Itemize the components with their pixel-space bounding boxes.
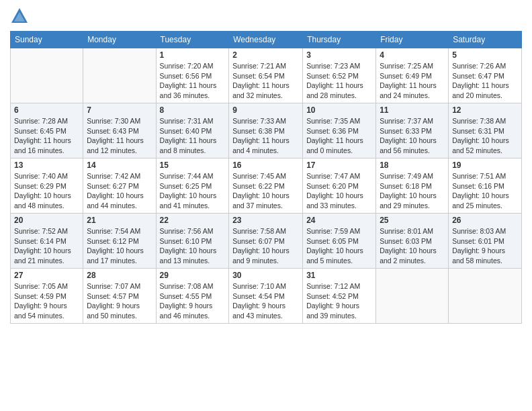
day-info: Sunrise: 7:52 AMSunset: 6:14 PMDaylight:… — [14, 226, 79, 266]
calendar-cell: 30Sunrise: 7:10 AMSunset: 4:54 PMDayligh… — [229, 269, 303, 324]
calendar-cell: 3Sunrise: 7:23 AMSunset: 6:52 PMDaylight… — [303, 48, 376, 103]
calendar-cell: 6Sunrise: 7:28 AMSunset: 6:45 PMDaylight… — [11, 103, 83, 158]
day-info: Sunrise: 7:45 AMSunset: 6:22 PMDaylight:… — [232, 171, 299, 211]
day-number: 29 — [160, 271, 226, 280]
day-number: 16 — [232, 161, 299, 170]
day-info: Sunrise: 7:28 AMSunset: 6:45 PMDaylight:… — [14, 116, 79, 156]
calendar-cell: 20Sunrise: 7:52 AMSunset: 6:14 PMDayligh… — [11, 214, 83, 269]
calendar-cell: 24Sunrise: 7:59 AMSunset: 6:05 PMDayligh… — [303, 214, 376, 269]
calendar-cell: 10Sunrise: 7:35 AMSunset: 6:36 PMDayligh… — [303, 103, 376, 158]
calendar-cell: 27Sunrise: 7:05 AMSunset: 4:59 PMDayligh… — [11, 269, 83, 324]
day-info: Sunrise: 7:40 AMSunset: 6:29 PMDaylight:… — [14, 171, 79, 211]
calendar-cell: 14Sunrise: 7:42 AMSunset: 6:27 PMDayligh… — [83, 158, 156, 214]
day-number: 12 — [452, 105, 518, 115]
day-number: 20 — [14, 216, 79, 225]
calendar-cell: 9Sunrise: 7:33 AMSunset: 6:38 PMDaylight… — [229, 103, 303, 158]
day-info: Sunrise: 7:54 AMSunset: 6:12 PMDaylight:… — [87, 226, 152, 266]
day-number: 18 — [380, 161, 445, 170]
calendar-cell: 2Sunrise: 7:21 AMSunset: 6:54 PMDaylight… — [229, 48, 303, 103]
calendar-week-row: 27Sunrise: 7:05 AMSunset: 4:59 PMDayligh… — [11, 269, 522, 324]
calendar-cell: 13Sunrise: 7:40 AMSunset: 6:29 PMDayligh… — [11, 158, 83, 214]
day-info: Sunrise: 7:59 AMSunset: 6:05 PMDaylight:… — [306, 226, 372, 266]
day-number: 10 — [306, 105, 372, 115]
calendar-cell: 1Sunrise: 7:20 AMSunset: 6:56 PMDaylight… — [156, 48, 229, 103]
day-number: 14 — [87, 161, 152, 170]
page: SundayMondayTuesdayWednesdayThursdayFrid… — [0, 0, 532, 411]
calendar-cell: 16Sunrise: 7:45 AMSunset: 6:22 PMDayligh… — [229, 158, 303, 214]
day-number: 22 — [160, 216, 226, 225]
day-info: Sunrise: 7:49 AMSunset: 6:18 PMDaylight:… — [380, 171, 445, 211]
weekday-header-wednesday: Wednesday — [229, 32, 303, 48]
calendar-cell — [11, 48, 83, 103]
day-info: Sunrise: 8:03 AMSunset: 6:01 PMDaylight:… — [452, 226, 518, 266]
day-number: 25 — [380, 216, 445, 225]
day-info: Sunrise: 7:56 AMSunset: 6:10 PMDaylight:… — [160, 226, 226, 266]
calendar-cell: 21Sunrise: 7:54 AMSunset: 6:12 PMDayligh… — [83, 214, 156, 269]
day-info: Sunrise: 7:58 AMSunset: 6:07 PMDaylight:… — [232, 226, 299, 266]
day-info: Sunrise: 7:37 AMSunset: 6:33 PMDaylight:… — [380, 116, 445, 156]
day-info: Sunrise: 7:30 AMSunset: 6:43 PMDaylight:… — [87, 116, 152, 156]
day-info: Sunrise: 7:26 AMSunset: 6:47 PMDaylight:… — [452, 61, 518, 101]
calendar-table: SundayMondayTuesdayWednesdayThursdayFrid… — [10, 31, 522, 324]
calendar-cell: 11Sunrise: 7:37 AMSunset: 6:33 PMDayligh… — [376, 103, 449, 158]
day-number: 26 — [452, 216, 518, 225]
calendar-cell: 18Sunrise: 7:49 AMSunset: 6:18 PMDayligh… — [376, 158, 449, 214]
day-info: Sunrise: 7:12 AMSunset: 4:52 PMDaylight:… — [306, 281, 372, 321]
day-info: Sunrise: 7:51 AMSunset: 6:16 PMDaylight:… — [452, 171, 518, 211]
day-number: 7 — [87, 105, 152, 115]
calendar-cell: 22Sunrise: 7:56 AMSunset: 6:10 PMDayligh… — [156, 214, 229, 269]
day-number: 11 — [380, 105, 445, 115]
day-info: Sunrise: 7:08 AMSunset: 4:55 PMDaylight:… — [160, 281, 226, 321]
day-number: 27 — [14, 271, 79, 280]
calendar-cell: 29Sunrise: 7:08 AMSunset: 4:55 PMDayligh… — [156, 269, 229, 324]
calendar-cell: 5Sunrise: 7:26 AMSunset: 6:47 PMDaylight… — [449, 48, 522, 103]
header — [10, 7, 522, 26]
calendar-cell: 26Sunrise: 8:03 AMSunset: 6:01 PMDayligh… — [449, 214, 522, 269]
calendar-week-row: 6Sunrise: 7:28 AMSunset: 6:45 PMDaylight… — [11, 103, 522, 158]
day-number: 13 — [14, 161, 79, 170]
day-number: 2 — [232, 50, 299, 60]
day-number: 6 — [14, 105, 79, 115]
calendar-cell: 25Sunrise: 8:01 AMSunset: 6:03 PMDayligh… — [376, 214, 449, 269]
day-info: Sunrise: 7:38 AMSunset: 6:31 PMDaylight:… — [452, 116, 518, 156]
calendar-week-row: 13Sunrise: 7:40 AMSunset: 6:29 PMDayligh… — [11, 158, 522, 214]
weekday-header-saturday: Saturday — [449, 32, 522, 48]
logo — [10, 7, 30, 26]
calendar-cell: 19Sunrise: 7:51 AMSunset: 6:16 PMDayligh… — [449, 158, 522, 214]
day-number: 28 — [87, 271, 152, 280]
calendar-cell — [449, 269, 522, 324]
day-info: Sunrise: 7:33 AMSunset: 6:38 PMDaylight:… — [232, 116, 299, 156]
weekday-header-sunday: Sunday — [11, 32, 83, 48]
day-number: 19 — [452, 161, 518, 170]
day-number: 17 — [306, 161, 372, 170]
calendar-cell — [376, 269, 449, 324]
day-number: 21 — [87, 216, 152, 225]
calendar-week-row: 20Sunrise: 7:52 AMSunset: 6:14 PMDayligh… — [11, 214, 522, 269]
day-number: 24 — [306, 216, 372, 225]
weekday-header-monday: Monday — [83, 32, 156, 48]
day-number: 3 — [306, 50, 372, 60]
weekday-header-tuesday: Tuesday — [156, 32, 229, 48]
calendar-cell: 7Sunrise: 7:30 AMSunset: 6:43 PMDaylight… — [83, 103, 156, 158]
calendar-cell: 31Sunrise: 7:12 AMSunset: 4:52 PMDayligh… — [303, 269, 376, 324]
day-info: Sunrise: 7:21 AMSunset: 6:54 PMDaylight:… — [232, 61, 299, 101]
day-number: 9 — [232, 105, 299, 115]
logo-icon — [10, 7, 29, 26]
day-info: Sunrise: 7:44 AMSunset: 6:25 PMDaylight:… — [160, 171, 226, 211]
weekday-header-thursday: Thursday — [303, 32, 376, 48]
calendar-cell: 23Sunrise: 7:58 AMSunset: 6:07 PMDayligh… — [229, 214, 303, 269]
weekday-header-row: SundayMondayTuesdayWednesdayThursdayFrid… — [11, 32, 522, 48]
day-info: Sunrise: 7:47 AMSunset: 6:20 PMDaylight:… — [306, 171, 372, 211]
calendar-cell — [83, 48, 156, 103]
day-info: Sunrise: 7:25 AMSunset: 6:49 PMDaylight:… — [380, 61, 445, 101]
day-info: Sunrise: 7:23 AMSunset: 6:52 PMDaylight:… — [306, 61, 372, 101]
day-number: 4 — [380, 50, 445, 60]
calendar-cell: 4Sunrise: 7:25 AMSunset: 6:49 PMDaylight… — [376, 48, 449, 103]
calendar-cell: 15Sunrise: 7:44 AMSunset: 6:25 PMDayligh… — [156, 158, 229, 214]
day-number: 5 — [452, 50, 518, 60]
day-info: Sunrise: 7:42 AMSunset: 6:27 PMDaylight:… — [87, 171, 152, 211]
calendar-week-row: 1Sunrise: 7:20 AMSunset: 6:56 PMDaylight… — [11, 48, 522, 103]
day-info: Sunrise: 7:07 AMSunset: 4:57 PMDaylight:… — [87, 281, 152, 321]
day-number: 8 — [160, 105, 226, 115]
day-info: Sunrise: 7:31 AMSunset: 6:40 PMDaylight:… — [160, 116, 226, 156]
